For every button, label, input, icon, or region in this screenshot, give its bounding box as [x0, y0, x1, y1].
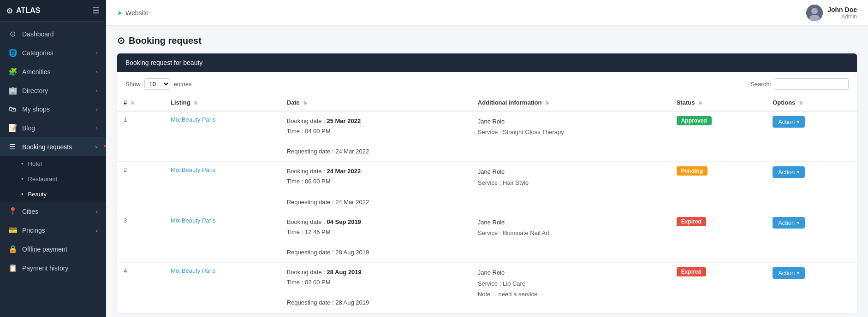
listing-link[interactable]: Mix Beauty Paris: [171, 166, 216, 173]
action-button[interactable]: Action ▾: [773, 267, 805, 279]
status-badge: Pending: [677, 166, 707, 176]
col-header-status[interactable]: Status ⇅: [670, 94, 767, 111]
sidebar-item-label: Directory: [22, 87, 96, 94]
row-options[interactable]: Action ▾: [766, 111, 857, 162]
sort-icon: ⇅: [545, 100, 549, 106]
search-box: Search:: [750, 78, 849, 90]
note-info: Note : i need a service: [478, 289, 664, 299]
row-additional-info: Jane Role Service : Lip CareNote : i nee…: [471, 263, 670, 313]
directory-icon: 🏢: [8, 86, 17, 95]
show-entries: Show 10 25 50 100 entries: [125, 78, 192, 90]
action-button[interactable]: Action ▾: [773, 116, 805, 128]
table-row: 4Mix Beauty Paris Booking date : 28 Aug …: [117, 263, 857, 313]
sidebar-item-offline-payment[interactable]: 🔒 Offline payment: [0, 240, 106, 258]
row-options[interactable]: Action ▾: [766, 263, 857, 313]
booking-icon: ☰: [8, 142, 17, 151]
col-header-date[interactable]: Date ⇅: [280, 94, 471, 111]
chevron-down-icon: ▾: [797, 220, 799, 225]
hamburger-icon[interactable]: ☰: [92, 6, 100, 16]
row-number: 3: [117, 212, 164, 262]
sidebar-item-label: Offline payment: [22, 246, 98, 253]
sort-icon: ⇅: [131, 100, 134, 106]
sidebar-sub-item-restaurant[interactable]: Restaurant: [0, 171, 106, 187]
sidebar-item-payment-history[interactable]: 📋 Payment history: [0, 258, 106, 277]
sidebar-item-blog[interactable]: 📝 Blog ›: [0, 118, 106, 137]
offline-payment-icon: 🔒: [8, 245, 17, 253]
time-label: Time :: [287, 178, 305, 185]
status-badge: Expired: [677, 217, 706, 226]
user-role: Admin: [827, 13, 857, 20]
page-title-text: Booking request: [129, 35, 202, 46]
sidebar-item-directory[interactable]: 🏢 Directory ›: [0, 81, 106, 100]
logo-text: ATLAS: [16, 6, 40, 15]
sidebar-item-pricings[interactable]: 💳 Pricings ›: [0, 221, 106, 240]
booking-date: 28 Aug 2019: [327, 269, 361, 276]
sidebar-header: ⊙ ATLAS ☰: [0, 0, 106, 22]
sidebar-item-dashboard[interactable]: ⊙ Dashboard: [0, 24, 106, 43]
booking-date-label: Booking date :: [287, 218, 327, 225]
entries-select[interactable]: 10 25 50 100: [144, 78, 170, 90]
col-header-listing[interactable]: Listing ⇅: [164, 94, 280, 111]
chevron-right-icon: ›: [96, 69, 98, 75]
booking-date: 25 Mar 2022: [327, 117, 361, 124]
chevron-down-icon: ▾: [797, 270, 799, 276]
requesting-date-label: Requesting date :: [287, 148, 336, 155]
dashboard-icon: ⊙: [8, 29, 17, 38]
amenities-icon: 🧩: [8, 67, 17, 76]
sort-icon: ⇅: [799, 100, 803, 106]
row-number: 4: [117, 263, 164, 313]
listing-link[interactable]: Mix Beauty Paris: [171, 116, 216, 123]
sort-icon: ⇅: [194, 100, 197, 106]
pricings-icon: 💳: [8, 226, 17, 235]
sidebar-sub-item-beauty[interactable]: Beauty: [0, 187, 106, 202]
requesting-date: 24 Mar 2022: [335, 148, 369, 155]
service-info: Service : Hair Style: [478, 177, 664, 188]
search-input[interactable]: [775, 78, 849, 90]
requesting-date: 24 Mar 2022: [335, 199, 369, 205]
row-number: 2: [117, 162, 164, 212]
website-arrow-icon: ➤: [117, 9, 123, 17]
red-arrow-decoration: ➜: [100, 138, 106, 156]
sort-icon: ⇅: [303, 100, 307, 106]
action-label: Action: [778, 219, 795, 226]
sidebar-item-categories[interactable]: 🌐 Categories ›: [0, 43, 106, 62]
website-link[interactable]: Website: [125, 9, 149, 17]
col-header-num[interactable]: # ⇅: [117, 94, 164, 111]
listing-link[interactable]: Mix Beauty Paris: [171, 267, 216, 274]
action-button[interactable]: Action ▾: [773, 166, 805, 178]
row-options[interactable]: Action ▾: [766, 162, 857, 212]
requesting-date-label: Requesting date :: [287, 299, 336, 306]
page-title: ⊙ Booking request: [117, 35, 857, 46]
row-listing[interactable]: Mix Beauty Paris: [164, 212, 280, 262]
table-card-header: Booking request for beauty: [117, 53, 857, 72]
listing-link[interactable]: Mix Beauty Paris: [171, 217, 216, 224]
col-header-additional[interactable]: Additional information ⇅: [471, 94, 670, 111]
table-card: Booking request for beauty Show 10 25 50…: [117, 53, 857, 313]
show-label: Show: [125, 81, 141, 88]
service-info: Service : Lip Care: [478, 278, 664, 289]
sidebar-item-booking-requests[interactable]: ☰ Booking requests › ➜: [0, 137, 106, 156]
topbar-left: ➤ Website: [117, 9, 149, 17]
sidebar-item-label: Payment history: [22, 264, 98, 272]
sidebar-item-cities[interactable]: 📍 Cities ›: [0, 202, 106, 221]
sidebar-item-label: Blog: [22, 124, 96, 132]
chevron-down-icon: ›: [94, 146, 100, 148]
row-status: Approved: [670, 111, 767, 162]
row-listing[interactable]: Mix Beauty Paris: [164, 263, 280, 313]
sidebar-item-myshops[interactable]: 🛍 My shops ›: [0, 100, 106, 118]
person-name: Jane Role: [478, 166, 664, 177]
col-header-options[interactable]: Options ⇅: [766, 94, 857, 111]
action-button[interactable]: Action ▾: [773, 217, 805, 229]
person-name: Jane Role: [478, 116, 664, 127]
chevron-right-icon: ›: [96, 50, 98, 56]
row-listing[interactable]: Mix Beauty Paris: [164, 111, 280, 162]
sidebar-sub-item-hotel[interactable]: Hotel: [0, 156, 106, 171]
row-listing[interactable]: Mix Beauty Paris: [164, 162, 280, 212]
row-options[interactable]: Action ▾: [766, 212, 857, 262]
entries-label: entries: [174, 81, 192, 88]
table-card-title: Booking request for beauty: [125, 59, 202, 66]
sidebar-item-amenities[interactable]: 🧩 Amenities ›: [0, 62, 106, 81]
table-controls: Show 10 25 50 100 entries Search:: [117, 72, 857, 94]
sidebar-navigation: ⊙ Dashboard 🌐 Categories › 🧩 Amenities ›…: [0, 22, 106, 317]
row-number: 1: [117, 111, 164, 162]
